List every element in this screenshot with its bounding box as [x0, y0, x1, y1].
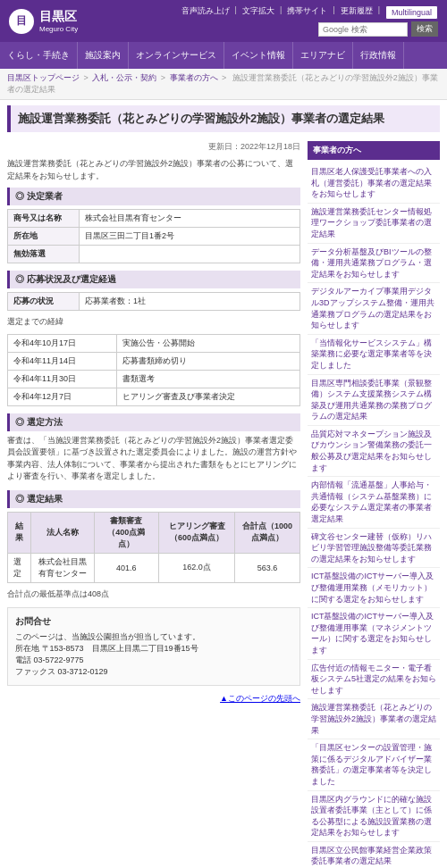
link-voice[interactable]: 音声読み上げ [181, 5, 230, 20]
col-doc: 書類審査（400点満点） [94, 512, 158, 553]
section-method: ◎ 選定方法 審査は、「当施設運営業務委託（花とみどりの学習施設外2施設）事業者… [7, 413, 300, 483]
sidebar-info-link[interactable]: ICT基盤設備のICTサーバー導入及び整備運用業務（メモリカット）に関する選定を… [311, 571, 436, 605]
timeline-table: 令和4年10月17日 実施公告・公募開始 令和4年11月14日 応募書類締め切り… [7, 334, 300, 406]
status-table: 応募の状況 応募業者数：1社 [7, 292, 300, 311]
date-1: 令和4年10月17日 [8, 334, 117, 352]
sidebar-info-link[interactable]: 「当情報化サービスシステム」構築業務に必要な選定事業者等を決定しました [311, 338, 436, 371]
name-value: 株式会社目黒有育センター [31, 553, 94, 582]
page-title-bar: 施設運営業務委託（花とみどりの学習施設外2施設）事業者の選定結果 [7, 105, 440, 132]
table-row: 令和4年10月17日 実施公告・公募開始 [8, 334, 300, 352]
content-2: 応募書類締め切り [117, 352, 300, 370]
link-mobile[interactable]: 携帯サイト [287, 5, 327, 20]
list-item: デジタルアーカイブ事業用デジタル3Dアップシステム整備・運用共通業務プログラムの… [308, 283, 440, 334]
list-item: 「当情報化サービスシステム」構築業務に必要な選定事業者等を決定しました [308, 335, 440, 375]
hearing-value: 162.0点 [158, 553, 234, 582]
score-table: 結果 法人名称 書類審査（400点満点） ヒアリング審査（600点満点） 合計点… [7, 512, 300, 583]
page-top[interactable]: ▲このページの先頭へ [7, 693, 300, 705]
date-2: 令和4年11月14日 [8, 352, 117, 370]
value-shogo: 株式会社目黒有育センター [80, 210, 300, 228]
table-row: 商号又は名称 株式会社目黒有育センター [8, 210, 300, 228]
label-muko: 無効落選 [8, 246, 80, 263]
table-header-row: 結果 法人名称 書類審査（400点満点） ヒアリング審査（600点満点） 合計点… [8, 512, 300, 553]
section-result: ◎ 選定結果 結果 法人名称 書類審査（400点満点） ヒアリング審査（600点… [7, 490, 300, 601]
sidebar-info-link[interactable]: 品質応対マネタープション施設及びカウンション警備業務の委託一般公募及び選定結果を… [311, 429, 436, 473]
breadcrumb-home[interactable]: 目黒区トップページ [7, 73, 80, 82]
list-item: データ分析基盤及びBIツールの整備・運用共通業務プログラム・選定結果をお知らせし… [308, 244, 440, 284]
table-row: 応募の状況 応募業者数：1社 [8, 293, 300, 311]
nav-item-area[interactable]: エリアナビ [293, 42, 353, 69]
sidebar-info-link[interactable]: 目黒区専門相談委託事業（景観整備）システム支援業務システム構築及び運用共通業務の… [311, 378, 436, 422]
sidebar-info-link[interactable]: デジタルアーカイブ事業用デジタル3Dアップシステム整備・運用共通業務プログラムの… [311, 286, 436, 330]
list-item: 碑文谷センター建替（仮称）リハビリ学習管理施設整備等委託業務の選定結果をお知らせ… [308, 529, 440, 569]
sidebar: 事業者の方へ 目黒区老人保護受託事業者への入札（運営委託）事業者の選定結果をお知… [308, 141, 440, 868]
sidebar-info-link[interactable]: 碑文谷センター建替（仮称）リハビリ学習管理施設整備等委託業務の選定結果をお知らせ… [311, 531, 436, 565]
table-row: 所在地 目黒区三田二丁目1番2号 [8, 228, 300, 246]
section-timeline: ◎ 応募状況及び選定経過 応募の状況 応募業者数：1社 選定までの経緯 令和4年… [7, 271, 300, 406]
sidebar-info-link[interactable]: ICT基盤設備のICTサーバー導入及び整備運用事業（マネジメントツール）に関する… [311, 611, 436, 655]
label-status: 応募の状況 [8, 293, 80, 311]
content-1: 実施公告・公募開始 [117, 334, 300, 352]
contact-title: お問合せ [15, 615, 292, 628]
multilingual-button[interactable]: Multilingual [385, 5, 438, 20]
logo-sub: Meguro City [39, 25, 78, 33]
header-links: 音声読み上げ | 文字拡大 | 携帯サイト | 更新履歴 | Multiling… [181, 5, 438, 20]
content-wrapper: 更新日：2022年12月18日 施設運営業務委託（花とみどりの学習施設外2施設）… [0, 136, 447, 868]
schedule-title: 選定までの経緯 [7, 316, 300, 329]
nav-item-online[interactable]: オンラインサービス [129, 42, 224, 69]
sidebar-info-link[interactable]: 目黒区老人保護受託事業者への入札（運営委託）事業者の選定結果をお知らせします [311, 166, 436, 200]
table-row: 無効落選 [8, 246, 300, 263]
sidebar-info-link[interactable]: データ分析基盤及びBIツールの整備・運用共通業務プログラム・選定結果をお知らせし… [311, 246, 436, 280]
date-4: 令和4年12月7日 [8, 388, 117, 405]
search-button[interactable]: 検索 [411, 21, 438, 37]
sidebar-info-link[interactable]: 施設運営業務委託（花とみどりの学習施設外2施設）事業者の選定結果 [311, 702, 436, 736]
list-item: 目黒区専門相談委託事業（景観整備）システム支援業務システム構築及び運用共通業務の… [308, 375, 440, 426]
sidebar-info-section: 事業者の方へ 目黒区老人保護受託事業者への入札（運営委託）事業者の選定結果をお知… [308, 141, 440, 868]
page-top-link[interactable]: ▲このページの先頭へ [220, 694, 300, 703]
table-row: 令和4年12月7日 ヒアリング審査及び事業者決定 [8, 388, 300, 405]
main-content: 更新日：2022年12月18日 施設運営業務委託（花とみどりの学習施設外2施設）… [7, 141, 300, 868]
list-item: 品質応対マネタープション施設及びカウンション警備業務の委託一般公募及び選定結果を… [308, 426, 440, 477]
sidebar-info-link[interactable]: 目黒区内グラウンドに的確な施設設置者委託事業（主として）に係る公募型による施設設… [311, 794, 436, 839]
header-right: 音声読み上げ | 文字拡大 | 携帯サイト | 更新履歴 | Multiling… [181, 5, 438, 37]
col-total: 合計点（1000点満点） [235, 512, 300, 553]
nav-item-event[interactable]: イベント情報 [224, 42, 293, 69]
sidebar-info-link[interactable]: 施設運営業務委託センター情報処理ワークショップ委託事業者の選定結果 [311, 206, 436, 240]
breadcrumb-jigyosha[interactable]: 事業者の方へ [170, 73, 218, 82]
logo-main: 目黒区 [39, 9, 78, 25]
total-value: 563.6 [235, 553, 300, 582]
value-muko [80, 246, 300, 263]
list-item: ICT基盤設備のICTサーバー導入及び整備運用業務（メモリカット）に関する選定を… [308, 568, 440, 608]
sidebar-info-link[interactable]: 内部情報「流通基盤」人事給与・共通情報（システム基盤業務）に必要なシステム選定業… [311, 480, 436, 524]
page-title: 施設運営業務委託（花とみどりの学習施設外2施設）事業者の選定結果 [18, 111, 433, 127]
result-value: 選定 [8, 553, 31, 582]
update-date: 更新日：2022年12月18日 [7, 141, 300, 153]
header: 目 目黒区 Meguro City 音声読み上げ | 文字拡大 | 携帯サイト … [0, 0, 447, 42]
decision-table: 商号又は名称 株式会社目黒有育センター 所在地 目黒区三田二丁目1番2号 無効落… [7, 209, 300, 263]
list-item: 施設運営業務委託センター情報処理ワークショップ委託事業者の選定結果 [308, 204, 440, 244]
nav-item-shisetsu[interactable]: 施設案内 [78, 42, 129, 69]
sidebar-info-link[interactable]: 広告付近の情報モニター・電子看板システム5社選定の結果をお知らせします [311, 663, 436, 697]
label-shozai: 所在地 [8, 228, 80, 246]
intro-text: 施設運営業務委託（花とみどりの学習施設外2施設）事業者の公募について、選定結果を… [7, 158, 300, 182]
date-3: 令和4年11月30日 [8, 370, 117, 388]
search-input[interactable] [318, 22, 408, 37]
nav-item-kurashi[interactable]: くらし・手続き [0, 42, 78, 69]
logo-area: 目 目黒区 Meguro City [9, 9, 78, 34]
sidebar-info-link[interactable]: 目黒区立公民館事業経営企業政策委託事業者の選定結果 [311, 845, 436, 867]
score-footer: 合計点の最低基準点は408点 [7, 588, 300, 601]
value-shozai: 目黒区三田二丁目1番2号 [80, 228, 300, 246]
link-font[interactable]: 文字拡大 [242, 5, 274, 20]
label-shogo: 商号又は名称 [8, 210, 80, 228]
contact-tel: 電話 03-5722-9775 [15, 655, 292, 666]
sidebar-info-link[interactable]: 「目黒区センターの設置管理・施策に係るデジタルアドバイザー業務委託」の選定事業者… [311, 742, 436, 787]
nav-item-gyosei[interactable]: 行政情報 [353, 42, 404, 69]
list-item: 広告付近の情報モニター・電子看板システム5社選定の結果をお知らせします [308, 660, 440, 700]
list-item: 施設運営業務委託（花とみどりの学習施設外2施設）事業者の選定結果 [308, 699, 440, 739]
list-item: 目黒区老人保護受託事業者への入札（運営委託）事業者の選定結果をお知らせします [308, 163, 440, 204]
link-updates[interactable]: 更新履歴 [341, 5, 373, 20]
list-item: 「目黒区センターの設置管理・施策に係るデジタルアドバイザー業務委託」の選定事業者… [308, 739, 440, 790]
section-decision: ◎ 決定業者 商号又は名称 株式会社目黒有育センター 所在地 目黒区三田二丁目1… [7, 188, 300, 263]
table-row: 令和4年11月30日 書類選考 [8, 370, 300, 388]
breadcrumb-nyusatsu[interactable]: 入札・公示・契約 [92, 73, 156, 82]
contact-address: 所在地 〒153-8573 目黒区上目黒二丁目19番15号 [15, 643, 292, 655]
